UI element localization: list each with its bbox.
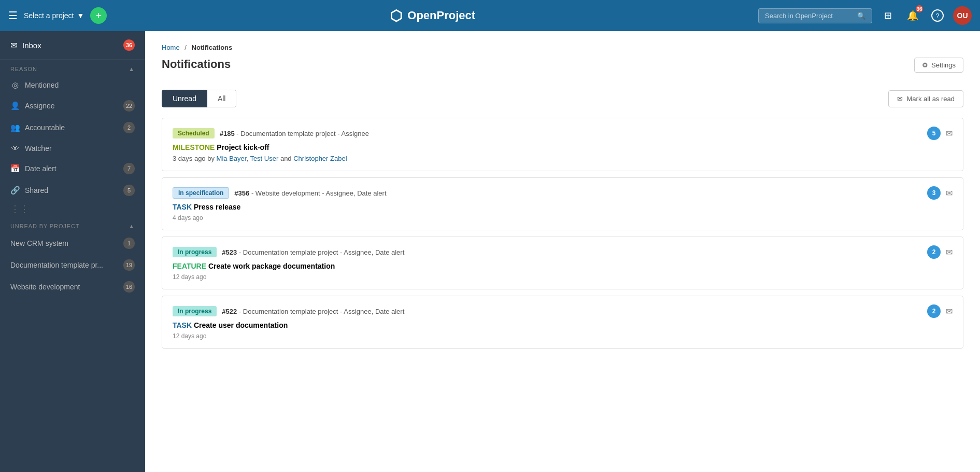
project-selector[interactable]: Select a project ▼ [24,11,84,20]
date-alert-icon: 📅 [10,164,20,173]
sidebar-item-label: Website development [10,283,118,291]
tabs-container: Unread All [162,90,236,107]
notification-count-badge: 3 [927,186,941,200]
notification-title: FEATURE Create work package documentatio… [173,262,953,270]
inbox-label: Inbox [22,41,118,50]
drag-handle[interactable]: ⋮⋮ [0,201,145,217]
notification-work-package-title: Press release [194,203,240,211]
notification-count-badge: 5 [927,127,941,140]
author-link[interactable]: Test User [250,155,278,162]
page-header: Notifications ⚙ Settings [162,58,963,81]
notification-time: 12 days ago [173,273,953,281]
doc-template-count: 19 [123,259,135,271]
hamburger-menu-icon[interactable]: ☰ [8,9,18,22]
mark-all-read-button[interactable]: ✉ Mark all as read [888,90,963,107]
mentioned-icon: ◎ [10,80,20,90]
sidebar-item-shared[interactable]: 🔗 Shared 5 [0,179,145,201]
notification-work-package-title: Create work package documentation [208,262,335,270]
sidebar-item-website-dev[interactable]: Website development 16 [0,276,145,298]
notification-meta: #523 - Documentation template project - … [222,248,404,256]
notification-card[interactable]: In specification #356 - Website developm… [162,177,963,230]
logo-icon: ⬡ [390,7,402,24]
mark-all-read-label: Mark all as read [907,95,955,103]
grid-icon: ⊞ [884,10,892,21]
accountable-count: 2 [123,122,135,133]
inbox-count-badge: 36 [123,39,135,51]
search-input[interactable] [765,12,853,20]
notification-card-header: In specification #356 - Website developm… [173,186,953,200]
notification-card-right: 2 ✉ [927,304,953,318]
breadcrumb-separator: / [184,44,187,51]
reason-section-header[interactable]: REASON ▲ [0,60,145,75]
notification-card-right: 3 ✉ [927,186,953,200]
breadcrumb: Home / Notifications [162,44,963,51]
sidebar-item-accountable[interactable]: 👥 Accountable 2 [0,117,145,138]
status-badge: In progress [173,306,217,316]
notification-card-right: 5 ✉ [927,127,953,140]
notification-card-header: Scheduled #185 - Documentation template … [173,127,953,140]
type-label: TASK [173,203,192,211]
inbox-icon: ✉ [10,40,17,50]
type-label: MILESTONE [173,143,215,151]
user-avatar[interactable]: OU [953,6,972,25]
notification-card[interactable]: In progress #522 - Documentation templat… [162,296,963,349]
topnav-right-section: 🔍 ⊞ 🔔 36 ? OU [758,6,972,25]
main-content: Home / Notifications Notifications ⚙ Set… [145,31,980,472]
notification-badge: 36 [915,4,924,13]
sidebar-item-date-alert[interactable]: 📅 Date alert 7 [0,158,145,179]
help-button[interactable]: ? [928,6,947,25]
mark-read-icon[interactable]: ✉ [946,188,953,198]
date-alert-count: 7 [123,163,135,174]
notification-card[interactable]: In progress #523 - Documentation templat… [162,237,963,289]
author-link[interactable]: Mia Bayer [217,155,247,162]
grid-menu-button[interactable]: ⊞ [878,6,897,25]
collapse-unread-icon: ▲ [129,223,135,229]
type-label: TASK [173,321,192,329]
search-bar[interactable]: 🔍 [758,8,872,23]
notification-card-left: In progress #522 - Documentation templat… [173,306,927,316]
breadcrumb-current: Notifications [192,44,233,51]
author-link[interactable]: Christopher Zabel [293,155,347,162]
notification-time: 4 days ago [173,214,953,221]
sidebar-item-mentioned[interactable]: ◎ Mentioned [0,75,145,95]
type-label: FEATURE [173,262,206,270]
chevron-down-icon: ▼ [77,11,84,20]
tab-bar: Unread All ✉ Mark all as read [162,90,963,107]
notification-time: 3 days ago [173,155,206,162]
notification-meta: #522 - Documentation template project - … [222,308,404,315]
add-project-button[interactable]: + [90,7,107,24]
unread-project-section-header[interactable]: UNREAD BY PROJECT ▲ [0,217,145,232]
notification-card-header: In progress #523 - Documentation templat… [173,245,953,259]
notification-card[interactable]: Scheduled #185 - Documentation template … [162,118,963,171]
mark-read-icon[interactable]: ✉ [946,129,953,138]
tab-unread[interactable]: Unread [162,90,207,107]
help-icon: ? [931,9,944,22]
shared-count: 5 [123,185,135,196]
mark-read-icon[interactable]: ✉ [946,307,953,316]
search-icon: 🔍 [857,12,865,20]
notification-card-right: 2 ✉ [927,245,953,259]
sidebar-item-watcher[interactable]: 👁 Watcher [0,138,145,158]
sidebar-item-label: Assignee [25,102,118,110]
sidebar-item-new-crm[interactable]: New CRM system 1 [0,232,145,254]
notification-count-badge: 2 [927,245,941,259]
collapse-reason-icon: ▲ [129,66,135,72]
status-badge: Scheduled [173,128,215,138]
sidebar-item-assignee[interactable]: 👤 Assignee 22 [0,95,145,117]
sidebar-inbox-item[interactable]: ✉ Inbox 36 [0,31,145,60]
sidebar-item-doc-template[interactable]: Documentation template pr... 19 [0,254,145,276]
breadcrumb-home-link[interactable]: Home [162,44,180,51]
sidebar-item-label: Accountable [25,123,118,132]
notification-meta: #185 - Documentation template project - … [220,130,369,137]
notifications-button[interactable]: 🔔 36 [903,6,922,25]
settings-button[interactable]: ⚙ Settings [914,58,963,73]
notification-work-package-title: Project kick-off [217,143,269,151]
sidebar-item-label: Shared [25,186,118,195]
notification-meta: #356 - Website development - Assignee, D… [234,189,386,197]
status-badge: In progress [173,247,217,257]
top-navigation: ☰ Select a project ▼ + ⬡ OpenProject 🔍 ⊞… [0,0,980,31]
tab-all[interactable]: All [207,90,237,107]
notification-title: TASK Press release [173,203,953,211]
mark-read-icon[interactable]: ✉ [946,247,953,257]
assignee-icon: 👤 [10,101,20,110]
